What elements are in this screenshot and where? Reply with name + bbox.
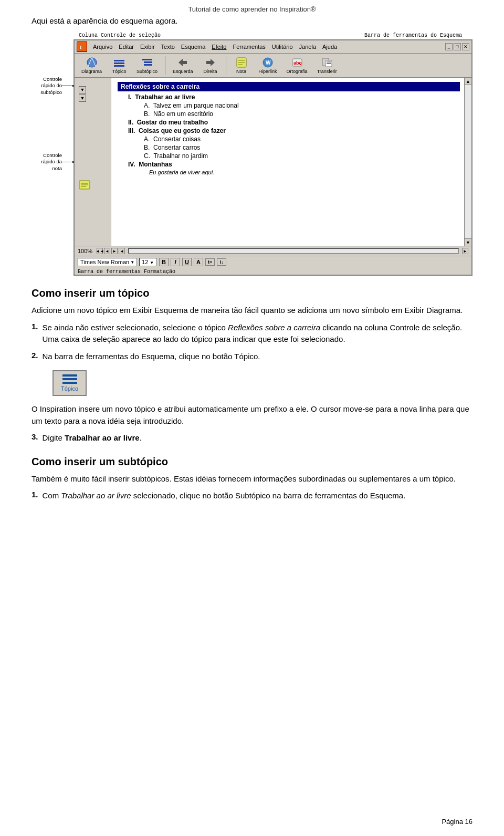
scroll-right-end[interactable]: ► (462, 248, 468, 254)
scroll-down-btn[interactable]: ▼ (465, 238, 471, 246)
note-quick-control[interactable] (79, 180, 90, 193)
left-ann-2: Controlerápido danota (41, 152, 62, 172)
toolbar-nota[interactable]: Nota (230, 55, 253, 76)
menu-esquema[interactable]: Esquema (178, 43, 208, 50)
app-icon: I (77, 41, 87, 52)
maximize-btn[interactable]: □ (454, 43, 461, 50)
menu-utilitario[interactable]: Utilitário (269, 43, 296, 50)
menu-exibir[interactable]: Exibir (138, 43, 158, 50)
section2-intro: Também é muito fácil inserir subtópicos.… (32, 473, 472, 485)
direita-icon (205, 57, 216, 68)
step1-item: 1. Se ainda não estiver selecionado, sel… (32, 322, 472, 346)
menu-ajuda[interactable]: Ajuda (320, 43, 340, 50)
subtopico-icon (141, 57, 153, 68)
topico-btn-demo[interactable]: Tópico (52, 370, 87, 396)
subtopic-ctrl-down[interactable]: ▼ (79, 95, 86, 102)
section1-title: Como inserir um tópico (32, 287, 472, 299)
section1-intro: Adicione um novo tópico em Exibir Esquem… (32, 305, 472, 317)
toolbar: Diagrama Tópico (75, 54, 471, 78)
diagrama-label: Diagrama (81, 69, 102, 74)
top-annotation-left: Coluna Controle de seleção (79, 33, 161, 38)
toolbar-subtopico[interactable]: Subtópico (133, 55, 161, 76)
step3-text: Digite Trabalhar ao ar livre. (43, 432, 142, 444)
ortografia-icon: abc (291, 57, 303, 68)
menu-editar[interactable]: Editar (116, 43, 136, 50)
font-name: Times New Roman (80, 259, 129, 265)
menu-janela[interactable]: Janela (297, 43, 319, 50)
outline-content: Reflexões sobre a carreira I. Trabalhar … (111, 78, 464, 246)
italic-btn[interactable]: I (171, 258, 180, 266)
scroll-arrows: ◄◄ ◄ ► ◄ (97, 248, 125, 254)
svg-text:I: I (80, 45, 82, 50)
menu-texto[interactable]: Texto (159, 43, 177, 50)
topico-label: Tópico (112, 69, 127, 74)
nota-icon (236, 57, 247, 68)
outline-title: Reflexões sobre a carreira (118, 82, 460, 91)
subtopico-label: Subtópico (136, 69, 158, 74)
step1-num: 1. (32, 322, 38, 346)
bold-btn[interactable]: B (159, 258, 169, 266)
svg-rect-10 (144, 64, 152, 66)
scroll-right[interactable]: ► (111, 248, 118, 254)
hiperlink-label: Hiperlink (259, 69, 277, 74)
svg-text:W: W (266, 60, 271, 66)
toolbar-hiperlink[interactable]: W Hiperlink (255, 55, 281, 76)
outline-item-1: I. Trabalhar ao ar livre (128, 93, 460, 101)
scroll-up-btn[interactable]: ▲ (465, 78, 471, 85)
scrollbar-right[interactable]: ▲ ▼ (464, 78, 471, 246)
topico-line-1 (62, 374, 77, 377)
font-selector[interactable]: Times New Roman ▼ (78, 258, 137, 266)
toolbar-transferir[interactable]: Transferir (313, 55, 341, 76)
scroll-left[interactable]: ◄ (104, 248, 110, 254)
font-dropdown-icon: ▼ (130, 260, 134, 265)
underline-btn[interactable]: U (182, 258, 192, 266)
toolbar-direita[interactable]: Direita (199, 55, 222, 76)
svg-rect-12 (183, 61, 187, 64)
indent-btn[interactable]: t≡ (205, 258, 215, 266)
top-annotation-right: Barra de ferramentas do Esquema (364, 33, 462, 38)
list-btn[interactable]: I↓ (217, 258, 226, 266)
close-btn[interactable]: ✕ (462, 43, 469, 50)
section2-title: Como inserir um subtópico (32, 456, 472, 468)
outline-area: ▼ ▼ (75, 78, 471, 246)
step3-num: 3. (32, 432, 38, 444)
topico-icon-lines (62, 374, 77, 384)
font-size-selector[interactable]: 12 ▼ (139, 258, 157, 266)
topico-btn-illustration: Tópico (52, 370, 472, 396)
subtopic-ctrl-up[interactable]: ▼ (79, 86, 86, 93)
svg-rect-8 (142, 59, 152, 60)
topico-line-2 (62, 378, 77, 380)
outline-item-3a: A. Consertar coisas (144, 135, 460, 143)
menu-efeito[interactable]: Efeito (209, 43, 229, 50)
section2-step1-num: 1. (32, 490, 38, 502)
menu-ferramentas[interactable]: Ferramentas (230, 43, 268, 50)
scroll-right-fast[interactable]: ◄ (119, 248, 125, 254)
intro-text: Aqui está a aparência do esquema agora. (32, 16, 472, 25)
toolbar-topico[interactable]: Tópico (108, 55, 131, 76)
topico-icon (113, 57, 125, 68)
direita-label: Direita (204, 69, 217, 74)
toolbar-ortografia[interactable]: abc Ortografia (283, 55, 311, 76)
svg-marker-11 (178, 59, 183, 66)
step2-num: 2. (32, 351, 38, 363)
svg-rect-7 (114, 65, 124, 67)
minimize-btn[interactable]: _ (445, 43, 453, 50)
nota-label: Nota (236, 69, 246, 74)
outline-item-3: III. Coisas que eu gosto de fazer (128, 127, 460, 134)
scroll-left-fast[interactable]: ◄◄ (97, 248, 103, 254)
color-btn[interactable]: A (194, 258, 203, 266)
subtopic-quick-controls: ▼ ▼ (79, 86, 86, 102)
menu-bar: I Arquivo Editar Exibir Texto Esquema Ef… (75, 40, 471, 54)
horizontal-scrollbar[interactable] (128, 248, 459, 254)
menu-arquivo[interactable]: Arquivo (90, 43, 115, 50)
svg-rect-5 (114, 60, 124, 61)
topico-line-3 (62, 382, 77, 384)
svg-marker-14 (211, 59, 215, 66)
outline-note-4: Eu gostaria de viver aqui. (149, 169, 460, 175)
toolbar-esquerda[interactable]: Esquerda (169, 55, 197, 76)
toolbar-diagrama[interactable]: Diagrama (78, 55, 106, 76)
app-window: I Arquivo Editar Exibir Texto Esquema Ef… (74, 39, 472, 276)
svg-rect-13 (206, 61, 211, 64)
svg-rect-9 (144, 61, 152, 63)
section2-step1-item: 1. Com Trabalhar ao ar livre selecionado… (32, 490, 472, 502)
